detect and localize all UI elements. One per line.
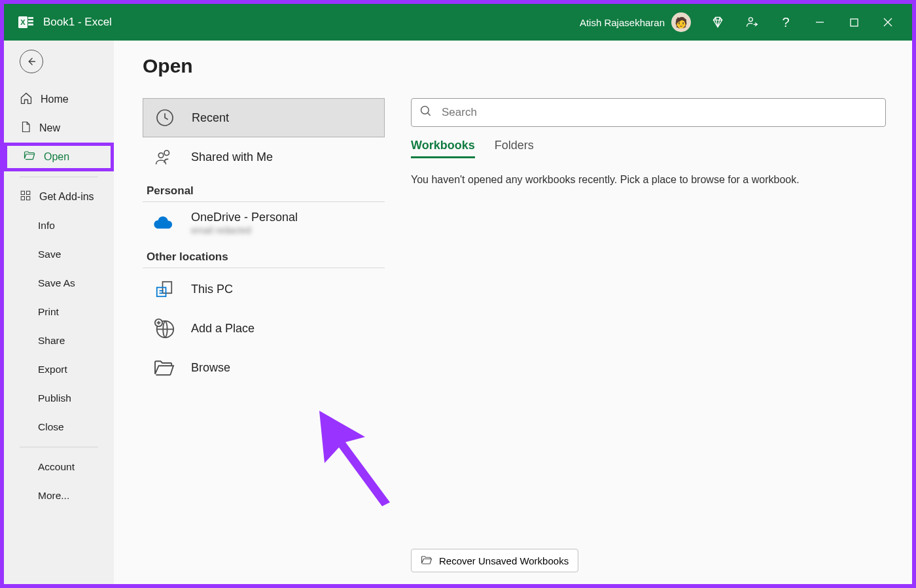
location-label: Add a Place <box>191 322 255 336</box>
location-label: Recent <box>192 111 229 125</box>
help-icon[interactable]: ? <box>769 4 802 41</box>
location-this-pc[interactable]: This PC <box>143 269 385 309</box>
location-label: OneDrive - Personal <box>191 211 298 224</box>
window-title: Book1 - Excel <box>43 16 112 29</box>
nav-more[interactable]: More... <box>4 481 114 510</box>
search-icon <box>419 105 432 120</box>
globe-plus-icon <box>152 316 177 341</box>
nav-open[interactable]: Open <box>4 143 114 171</box>
location-label: Shared with Me <box>191 150 273 164</box>
nav-home[interactable]: Home <box>4 85 114 114</box>
svg-rect-7 <box>851 19 858 26</box>
divider <box>20 447 98 447</box>
svg-rect-12 <box>21 197 24 200</box>
back-button[interactable] <box>20 50 43 73</box>
recover-unsaved-button[interactable]: Recover Unsaved Workbooks <box>411 549 578 572</box>
people-icon <box>152 145 177 169</box>
page-title: Open <box>143 55 193 77</box>
nav-label: New <box>39 122 60 134</box>
tabs: Workbooks Folders <box>411 139 886 158</box>
section-other: Other locations <box>143 243 385 268</box>
search-input[interactable] <box>442 106 877 119</box>
section-personal: Personal <box>143 177 385 202</box>
minimize-button[interactable] <box>803 4 836 41</box>
user-name[interactable]: Atish Rajasekharan <box>580 17 665 28</box>
recover-label: Recover Unsaved Workbooks <box>439 555 569 566</box>
empty-message: You haven't opened any workbooks recentl… <box>411 174 886 186</box>
folder-open-icon <box>23 150 36 164</box>
recent-column: Workbooks Folders You haven't opened any… <box>385 98 912 584</box>
folder-open-icon <box>152 355 177 380</box>
nav-label: Publish <box>38 392 71 404</box>
excel-icon: X <box>17 14 35 30</box>
svg-line-24 <box>428 113 431 116</box>
folder-open-icon <box>421 555 432 567</box>
nav-label: More... <box>38 490 69 502</box>
person-share-icon[interactable] <box>735 4 768 41</box>
maximize-button[interactable] <box>837 4 870 41</box>
divider <box>20 177 98 177</box>
nav-label: Get Add-ins <box>39 191 94 203</box>
svg-rect-13 <box>27 197 30 200</box>
nav-label: Share <box>38 335 65 347</box>
nav-publish[interactable]: Publish <box>4 384 114 413</box>
nav-label: Close <box>38 421 64 433</box>
svg-point-16 <box>158 153 164 158</box>
nav-save-as[interactable]: Save As <box>4 269 114 298</box>
svg-point-5 <box>749 18 752 22</box>
nav-account[interactable]: Account <box>4 453 114 481</box>
svg-point-15 <box>164 150 169 156</box>
location-label: This PC <box>191 283 233 296</box>
onedrive-icon <box>152 211 177 235</box>
tab-workbooks[interactable]: Workbooks <box>411 139 475 158</box>
location-label: Browse <box>191 361 230 375</box>
svg-rect-3 <box>28 20 33 22</box>
nav-print[interactable]: Print <box>4 298 114 326</box>
svg-rect-2 <box>28 17 33 19</box>
nav-close[interactable]: Close <box>4 413 114 441</box>
nav-label: Export <box>38 364 67 375</box>
home-icon <box>20 92 33 107</box>
location-add-place[interactable]: Add a Place <box>143 309 385 348</box>
avatar[interactable]: 🧑 <box>671 12 691 32</box>
nav-info[interactable]: Info <box>4 211 114 240</box>
nav-export[interactable]: Export <box>4 355 114 384</box>
location-recent[interactable]: Recent <box>143 98 385 137</box>
title-bar: X Book1 - Excel Atish Rajasekharan 🧑 ? <box>4 4 912 41</box>
nav-label: Save As <box>38 277 75 289</box>
this-pc-icon <box>152 277 177 302</box>
nav-label: Info <box>38 220 55 232</box>
locations-column: Recent Shared with Me Personal OneDrive … <box>143 98 385 584</box>
svg-point-23 <box>421 107 429 114</box>
clock-icon <box>152 105 177 130</box>
nav-get-addins[interactable]: Get Add-ins <box>4 182 114 211</box>
nav-save[interactable]: Save <box>4 240 114 269</box>
svg-rect-11 <box>27 191 30 194</box>
location-browse[interactable]: Browse <box>143 348 385 387</box>
location-onedrive[interactable]: OneDrive - Personal email redacted <box>143 203 385 243</box>
backstage-sidebar: Home New Open Get Add-ins Info Save Save… <box>4 41 114 584</box>
nav-label: Save <box>38 249 61 260</box>
svg-rect-10 <box>21 191 24 194</box>
location-shared[interactable]: Shared with Me <box>143 137 385 177</box>
diamond-icon[interactable] <box>701 4 734 41</box>
svg-text:X: X <box>20 18 26 26</box>
nav-new[interactable]: New <box>4 114 114 143</box>
svg-rect-4 <box>28 24 33 26</box>
svg-rect-18 <box>157 288 166 297</box>
tab-folders[interactable]: Folders <box>495 139 534 158</box>
nav-label: Print <box>38 306 59 318</box>
nav-label: Open <box>44 151 69 163</box>
search-box[interactable] <box>411 98 886 127</box>
nav-label: Account <box>38 461 75 473</box>
main-area: Open Recent Shared with Me Personal OneD… <box>114 41 912 584</box>
addins-icon <box>20 190 31 204</box>
close-button[interactable] <box>872 4 904 41</box>
nav-share[interactable]: Share <box>4 326 114 355</box>
document-icon <box>20 120 31 136</box>
nav-label: Home <box>41 94 69 105</box>
onedrive-email: email redacted <box>191 225 251 235</box>
